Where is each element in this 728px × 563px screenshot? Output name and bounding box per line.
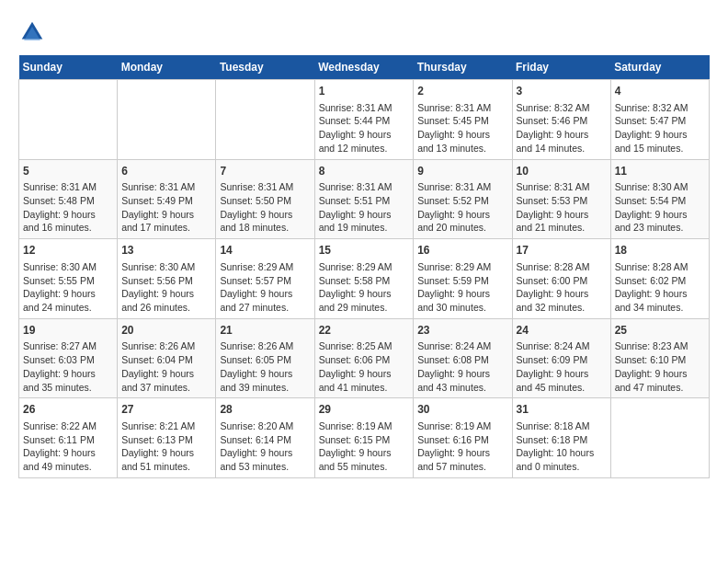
day-number: 26 xyxy=(23,402,113,418)
day-info: Sunrise: 8:18 AMSunset: 6:18 PMDaylight:… xyxy=(517,419,607,474)
day-number: 20 xyxy=(121,323,211,339)
day-header-friday: Friday xyxy=(512,55,610,80)
header xyxy=(18,18,710,46)
calendar-cell: 12Sunrise: 8:30 AMSunset: 5:55 PMDayligh… xyxy=(19,239,118,319)
day-number: 7 xyxy=(220,164,310,179)
day-number: 12 xyxy=(23,243,113,259)
calendar-cell: 10Sunrise: 8:31 AMSunset: 5:53 PMDayligh… xyxy=(512,159,610,239)
day-number: 22 xyxy=(319,323,410,339)
calendar-cell: 3Sunrise: 8:32 AMSunset: 5:46 PMDaylight… xyxy=(512,80,610,160)
days-header-row: SundayMondayTuesdayWednesdayThursdayFrid… xyxy=(19,55,710,80)
calendar-cell: 21Sunrise: 8:26 AMSunset: 6:05 PMDayligh… xyxy=(216,318,314,398)
calendar-cell: 25Sunrise: 8:23 AMSunset: 6:10 PMDayligh… xyxy=(610,318,709,398)
calendar-cell xyxy=(118,80,216,160)
calendar-cell: 8Sunrise: 8:31 AMSunset: 5:51 PMDaylight… xyxy=(314,159,414,239)
calendar-cell: 2Sunrise: 8:31 AMSunset: 5:45 PMDaylight… xyxy=(414,80,512,160)
calendar-cell: 15Sunrise: 8:29 AMSunset: 5:58 PMDayligh… xyxy=(314,239,414,319)
day-number: 28 xyxy=(220,402,310,418)
calendar-cell: 23Sunrise: 8:24 AMSunset: 6:08 PMDayligh… xyxy=(414,318,512,398)
day-number: 3 xyxy=(517,84,607,99)
day-number: 10 xyxy=(517,164,607,179)
calendar-cell: 18Sunrise: 8:28 AMSunset: 6:02 PMDayligh… xyxy=(610,239,709,319)
day-number: 27 xyxy=(121,402,211,418)
calendar-cell: 19Sunrise: 8:27 AMSunset: 6:03 PMDayligh… xyxy=(19,318,118,398)
day-info: Sunrise: 8:29 AMSunset: 5:59 PMDaylight:… xyxy=(417,260,507,315)
day-info: Sunrise: 8:31 AMSunset: 5:49 PMDaylight:… xyxy=(121,180,211,235)
day-info: Sunrise: 8:29 AMSunset: 5:57 PMDaylight:… xyxy=(220,260,310,315)
day-info: Sunrise: 8:26 AMSunset: 6:05 PMDaylight:… xyxy=(220,339,310,394)
calendar-cell: 13Sunrise: 8:30 AMSunset: 5:56 PMDayligh… xyxy=(118,239,216,319)
day-info: Sunrise: 8:31 AMSunset: 5:52 PMDaylight:… xyxy=(417,180,507,235)
logo-icon xyxy=(18,18,46,46)
day-info: Sunrise: 8:30 AMSunset: 5:55 PMDaylight:… xyxy=(23,260,113,315)
day-number: 29 xyxy=(319,402,410,418)
day-header-monday: Monday xyxy=(118,55,216,80)
day-number: 11 xyxy=(615,164,705,179)
day-info: Sunrise: 8:23 AMSunset: 6:10 PMDaylight:… xyxy=(615,339,705,394)
day-header-saturday: Saturday xyxy=(610,55,709,80)
day-info: Sunrise: 8:19 AMSunset: 6:15 PMDaylight:… xyxy=(319,419,410,474)
calendar-cell: 28Sunrise: 8:20 AMSunset: 6:14 PMDayligh… xyxy=(216,398,314,478)
day-info: Sunrise: 8:32 AMSunset: 5:46 PMDaylight:… xyxy=(517,101,607,155)
day-header-thursday: Thursday xyxy=(414,55,512,80)
day-info: Sunrise: 8:29 AMSunset: 5:58 PMDaylight:… xyxy=(319,260,410,315)
day-number: 21 xyxy=(220,323,310,339)
calendar-cell: 20Sunrise: 8:26 AMSunset: 6:04 PMDayligh… xyxy=(118,318,216,398)
day-number: 14 xyxy=(220,243,310,259)
week-row-4: 19Sunrise: 8:27 AMSunset: 6:03 PMDayligh… xyxy=(19,318,710,398)
calendar-cell: 6Sunrise: 8:31 AMSunset: 5:49 PMDaylight… xyxy=(118,159,216,239)
day-number: 23 xyxy=(417,323,507,339)
day-info: Sunrise: 8:27 AMSunset: 6:03 PMDaylight:… xyxy=(23,339,113,394)
day-info: Sunrise: 8:19 AMSunset: 6:16 PMDaylight:… xyxy=(417,419,507,474)
day-info: Sunrise: 8:30 AMSunset: 5:56 PMDaylight:… xyxy=(121,260,211,315)
calendar-cell: 17Sunrise: 8:28 AMSunset: 6:00 PMDayligh… xyxy=(512,239,610,319)
calendar-cell: 30Sunrise: 8:19 AMSunset: 6:16 PMDayligh… xyxy=(414,398,512,478)
logo xyxy=(18,18,51,46)
day-info: Sunrise: 8:31 AMSunset: 5:45 PMDaylight:… xyxy=(417,101,507,155)
calendar-cell: 27Sunrise: 8:21 AMSunset: 6:13 PMDayligh… xyxy=(118,398,216,478)
calendar-cell: 7Sunrise: 8:31 AMSunset: 5:50 PMDaylight… xyxy=(216,159,314,239)
day-number: 8 xyxy=(319,164,410,179)
day-number: 9 xyxy=(417,164,507,179)
day-header-wednesday: Wednesday xyxy=(314,55,414,80)
calendar-table: SundayMondayTuesdayWednesdayThursdayFrid… xyxy=(18,55,710,478)
day-number: 5 xyxy=(23,164,113,179)
week-row-3: 12Sunrise: 8:30 AMSunset: 5:55 PMDayligh… xyxy=(19,239,710,319)
calendar-cell: 26Sunrise: 8:22 AMSunset: 6:11 PMDayligh… xyxy=(19,398,118,478)
day-info: Sunrise: 8:31 AMSunset: 5:44 PMDaylight:… xyxy=(319,101,410,155)
calendar-cell xyxy=(19,80,118,160)
day-info: Sunrise: 8:32 AMSunset: 5:47 PMDaylight:… xyxy=(615,101,705,155)
day-info: Sunrise: 8:22 AMSunset: 6:11 PMDaylight:… xyxy=(23,419,113,474)
day-number: 30 xyxy=(417,402,507,418)
day-info: Sunrise: 8:24 AMSunset: 6:08 PMDaylight:… xyxy=(417,339,507,394)
day-info: Sunrise: 8:31 AMSunset: 5:51 PMDaylight:… xyxy=(319,180,410,235)
day-number: 19 xyxy=(23,323,113,339)
day-number: 2 xyxy=(417,84,507,99)
calendar-cell: 4Sunrise: 8:32 AMSunset: 5:47 PMDaylight… xyxy=(610,80,709,160)
day-number: 17 xyxy=(517,243,607,259)
day-number: 6 xyxy=(121,164,211,179)
day-header-sunday: Sunday xyxy=(19,55,118,80)
day-info: Sunrise: 8:31 AMSunset: 5:48 PMDaylight:… xyxy=(23,180,113,235)
day-number: 4 xyxy=(615,84,705,99)
week-row-1: 1Sunrise: 8:31 AMSunset: 5:44 PMDaylight… xyxy=(19,80,710,160)
day-number: 18 xyxy=(615,243,705,259)
calendar-cell: 11Sunrise: 8:30 AMSunset: 5:54 PMDayligh… xyxy=(610,159,709,239)
calendar-cell: 31Sunrise: 8:18 AMSunset: 6:18 PMDayligh… xyxy=(512,398,610,478)
day-info: Sunrise: 8:26 AMSunset: 6:04 PMDaylight:… xyxy=(121,339,211,394)
day-info: Sunrise: 8:21 AMSunset: 6:13 PMDaylight:… xyxy=(121,419,211,474)
day-number: 31 xyxy=(517,402,607,418)
calendar-cell: 29Sunrise: 8:19 AMSunset: 6:15 PMDayligh… xyxy=(314,398,414,478)
calendar-cell: 1Sunrise: 8:31 AMSunset: 5:44 PMDaylight… xyxy=(314,80,414,160)
day-number: 15 xyxy=(319,243,410,259)
day-number: 16 xyxy=(417,243,507,259)
day-info: Sunrise: 8:28 AMSunset: 6:00 PMDaylight:… xyxy=(517,260,607,315)
day-info: Sunrise: 8:28 AMSunset: 6:02 PMDaylight:… xyxy=(615,260,705,315)
day-number: 25 xyxy=(615,323,705,339)
calendar-cell: 22Sunrise: 8:25 AMSunset: 6:06 PMDayligh… xyxy=(314,318,414,398)
day-info: Sunrise: 8:31 AMSunset: 5:53 PMDaylight:… xyxy=(517,180,607,235)
day-info: Sunrise: 8:25 AMSunset: 6:06 PMDaylight:… xyxy=(319,339,410,394)
calendar-cell xyxy=(216,80,314,160)
week-row-2: 5Sunrise: 8:31 AMSunset: 5:48 PMDaylight… xyxy=(19,159,710,239)
calendar-cell: 9Sunrise: 8:31 AMSunset: 5:52 PMDaylight… xyxy=(414,159,512,239)
